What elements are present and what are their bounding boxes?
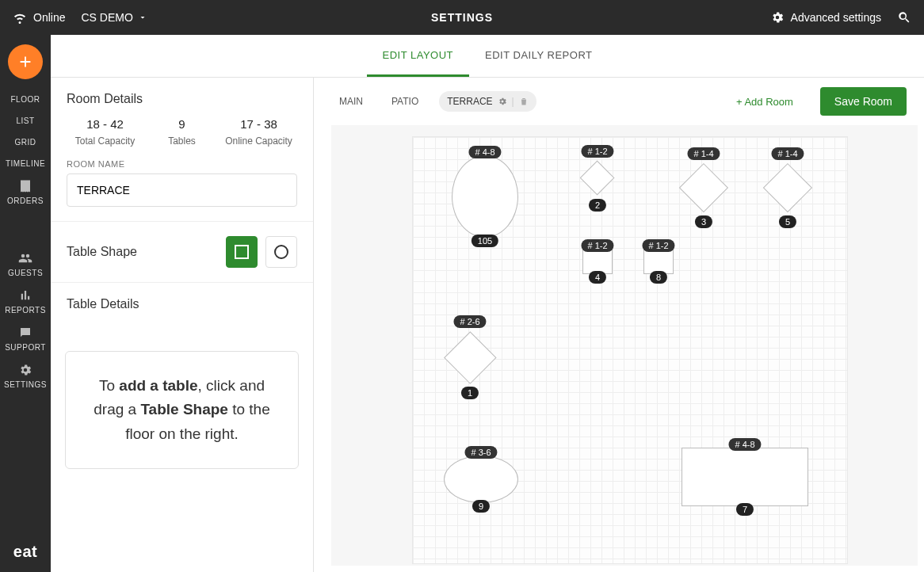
- table-9[interactable]: # 3-69: [444, 456, 518, 503]
- nav-settings[interactable]: SETTINGS: [0, 360, 51, 394]
- shape-square-button[interactable]: [226, 236, 258, 268]
- chevron-down-icon: [138, 13, 147, 22]
- tab-edit-daily-report[interactable]: EDIT DAILY REPORT: [469, 35, 608, 77]
- table-capacity-label: # 3-6: [464, 446, 497, 459]
- total-capacity-value: 18 - 42: [67, 117, 143, 131]
- tables-value: 9: [143, 117, 220, 131]
- table-number-label: 105: [472, 235, 498, 247]
- hint-box: To add a table, click and drag a Table S…: [65, 351, 299, 469]
- online-capacity-label: Online Capacity: [220, 135, 297, 147]
- gears-icon: [770, 10, 785, 25]
- table-shape-heading: Table Shape: [67, 245, 137, 259]
- main: EDIT LAYOUT EDIT DAILY REPORT Room Detai…: [51, 35, 924, 572]
- nav-list[interactable]: LIST: [0, 112, 51, 130]
- table-details-section: Table Details: [51, 283, 313, 337]
- nav-grid[interactable]: GRID: [0, 133, 51, 151]
- table-number-label: 3: [695, 215, 712, 228]
- table-4[interactable]: # 1-24: [582, 249, 613, 274]
- table-number-label: 5: [779, 215, 796, 228]
- room-name-label: ROOM NAME: [67, 159, 297, 169]
- table-number-label: 9: [472, 500, 490, 513]
- side-panel: Room Details 18 - 42 Total Capacity 9 Ta…: [51, 78, 314, 572]
- search-icon[interactable]: [897, 10, 911, 25]
- table-number-label: 4: [589, 271, 606, 284]
- table-details-heading: Table Details: [67, 297, 297, 311]
- page-title: SETTINGS: [431, 11, 493, 24]
- chat-icon: [18, 326, 32, 340]
- room-details-heading: Room Details: [67, 92, 297, 106]
- square-icon: [235, 245, 249, 259]
- org-switcher[interactable]: CS DEMO: [81, 11, 147, 24]
- table-105[interactable]: # 4-8105: [452, 155, 518, 238]
- table-number-label: 8: [650, 271, 667, 284]
- tabs: EDIT LAYOUT EDIT DAILY REPORT: [51, 35, 924, 78]
- table-shape-section: Table Shape: [51, 222, 313, 283]
- table-number-label: 1: [461, 387, 479, 399]
- table-2[interactable]: # 1-22: [580, 161, 615, 196]
- canvas-area: MAIN PATIO TERRACE | + Add Room Save Roo…: [314, 78, 924, 572]
- brand-logo: eat: [13, 543, 37, 561]
- floor-canvas[interactable]: # 4-8105# 1-22# 1-43# 1-45# 1-24# 1-28# …: [331, 125, 918, 566]
- receipt-icon: [18, 179, 32, 193]
- table-capacity-label: # 1-4: [771, 147, 804, 160]
- table-number-label: 7: [736, 503, 754, 516]
- nav-support[interactable]: SUPPORT: [0, 322, 51, 357]
- nav-guests[interactable]: GUESTS: [0, 248, 51, 282]
- shape-circle-button[interactable]: [265, 236, 297, 268]
- table-1[interactable]: # 2-61: [444, 331, 496, 383]
- room-bar: MAIN PATIO TERRACE | + Add Room Save Roo…: [314, 78, 924, 125]
- table-capacity-label: # 1-2: [581, 145, 613, 158]
- total-capacity-label: Total Capacity: [67, 135, 143, 147]
- advanced-settings-label: Advanced settings: [791, 11, 881, 24]
- people-icon: [18, 251, 32, 265]
- room-tab-terrace[interactable]: TERRACE |: [439, 91, 536, 112]
- room-settings-icon[interactable]: [498, 97, 507, 106]
- table-8[interactable]: # 1-28: [643, 249, 674, 274]
- workspace: Room Details 18 - 42 Total Capacity 9 Ta…: [51, 78, 924, 572]
- table-capacity-label: # 1-2: [581, 239, 613, 252]
- room-stats: 18 - 42 Total Capacity 9 Tables 17 - 38 …: [67, 117, 297, 147]
- nav-timeline[interactable]: TIMELINE: [0, 154, 51, 173]
- add-room-link[interactable]: + Add Room: [736, 96, 793, 108]
- online-status: Online: [13, 10, 65, 25]
- circle-icon: [274, 245, 288, 259]
- online-label: Online: [33, 11, 65, 24]
- gear-icon: [18, 363, 32, 377]
- table-3[interactable]: # 1-43: [679, 163, 728, 212]
- nav-orders[interactable]: ORDERS: [0, 176, 51, 210]
- table-capacity-label: # 1-2: [642, 239, 674, 252]
- left-nav: FLOOR LIST GRID TIMELINE ORDERS GUESTS R…: [0, 35, 51, 572]
- nav-reports[interactable]: REPORTS: [0, 285, 51, 319]
- room-tab-patio[interactable]: PATIO: [384, 91, 426, 112]
- wifi-icon: [13, 10, 27, 25]
- table-capacity-label: # 4-8: [728, 438, 761, 451]
- table-capacity-label: # 4-8: [468, 146, 501, 158]
- table-capacity-label: # 2-6: [453, 315, 486, 328]
- bar-chart-icon: [18, 288, 32, 303]
- table-number-label: 2: [589, 199, 606, 212]
- tab-edit-layout[interactable]: EDIT LAYOUT: [367, 35, 470, 77]
- plus-icon: [17, 53, 34, 71]
- tables-label: Tables: [143, 135, 220, 147]
- add-button[interactable]: [8, 44, 43, 79]
- org-name: CS DEMO: [81, 11, 132, 24]
- room-delete-icon[interactable]: [519, 97, 529, 106]
- table-5[interactable]: # 1-45: [763, 163, 812, 212]
- table-7[interactable]: # 4-87: [682, 448, 808, 506]
- advanced-settings-link[interactable]: Advanced settings: [770, 10, 881, 25]
- room-tab-main[interactable]: MAIN: [331, 91, 371, 112]
- online-capacity-value: 17 - 38: [220, 117, 297, 131]
- save-room-button[interactable]: Save Room: [820, 87, 907, 116]
- room-details-section: Room Details 18 - 42 Total Capacity 9 Ta…: [51, 78, 313, 222]
- nav-floor[interactable]: FLOOR: [0, 90, 51, 109]
- table-capacity-label: # 1-4: [687, 147, 720, 160]
- topbar: Online CS DEMO SETTINGS Advanced setting…: [0, 0, 924, 35]
- room-name-input[interactable]: [67, 174, 297, 207]
